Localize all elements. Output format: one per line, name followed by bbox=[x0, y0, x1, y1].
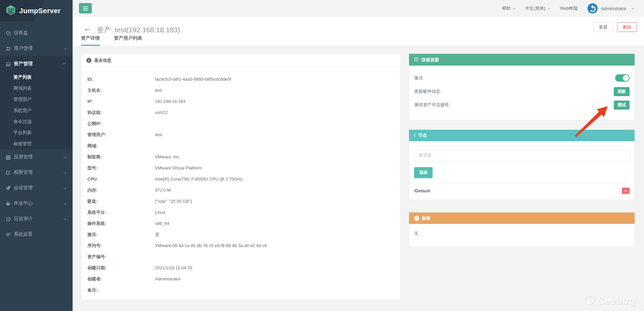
sidebar-item-session-management[interactable]: 会话管理 bbox=[0, 180, 73, 196]
sidebar-item-log-audit[interactable]: 日志审计 bbox=[0, 211, 73, 227]
sidebar-item-label: 日志审计 bbox=[14, 216, 33, 222]
test-connectivity-button[interactable]: 测试 bbox=[614, 101, 630, 110]
rocket-icon bbox=[6, 186, 11, 191]
info-label: 激活: bbox=[87, 232, 155, 238]
sidebar-item-label: 作业中心 bbox=[14, 200, 33, 206]
info-row: 序列号:VMware-56 4d 1a 45 db 76 c5 e9-f6 88… bbox=[87, 240, 394, 251]
sidebar-item-perm-management[interactable]: 权限管理 bbox=[0, 165, 73, 180]
info-row: ID:fac9cfc0-b8f1-4aa5-9893-b8f5cdc8de0f bbox=[87, 74, 394, 85]
info-row: CPU:Intel(R) Core(TM) i7-8559U CPU @ 2.7… bbox=[87, 173, 394, 185]
sidebar-subitem[interactable]: 系统用户 bbox=[0, 105, 73, 116]
seebug-text: Seebug bbox=[598, 295, 635, 306]
info-value: 972.0 M bbox=[155, 188, 171, 193]
edit-square-icon bbox=[414, 57, 419, 63]
gauge-icon bbox=[6, 31, 11, 36]
sidebar-item-label: 仪表盘 bbox=[14, 30, 28, 36]
info-value: VMware-56 4d 1a 45 db 76 c5 e9-f6 88 48 … bbox=[155, 243, 267, 248]
refresh-button[interactable]: 刷新 bbox=[614, 87, 630, 96]
add-node-button[interactable]: 添加 bbox=[414, 167, 433, 178]
sidebar-item-dashboard[interactable]: 仪表盘 bbox=[0, 25, 73, 41]
page-title: 资产: test(192.168.18.183) bbox=[97, 25, 180, 35]
sidebar-item-label: 会话管理 bbox=[14, 185, 33, 191]
sidebar-item-label: 系统设置 bbox=[14, 231, 33, 237]
edit-icon bbox=[6, 170, 11, 175]
sidebar-subitem[interactable]: 平台列表 bbox=[0, 127, 73, 138]
info-value: test bbox=[155, 132, 162, 137]
info-label: 操作系统: bbox=[87, 221, 155, 227]
chevron-down-icon bbox=[64, 186, 67, 189]
quick-update-row-test: 测试资产可连接性: 测试 bbox=[414, 98, 630, 112]
archive-icon bbox=[6, 62, 11, 67]
sidebar-subitem[interactable]: 命令过滤 bbox=[0, 116, 73, 127]
info-circle-icon: i bbox=[86, 58, 91, 63]
app-logo[interactable]: JumpServer bbox=[0, 0, 73, 22]
app-title: JumpServer bbox=[19, 7, 61, 15]
tab-asset-user-list[interactable]: 资产用户列表 bbox=[114, 35, 142, 46]
info-row: 网域: bbox=[87, 140, 394, 151]
help-menu[interactable]: 帮助 bbox=[502, 5, 515, 11]
node-header: i 节点 bbox=[409, 130, 635, 141]
label-panel: i 标签 无 bbox=[409, 212, 635, 246]
info-row: 创建日期:2021/1/19 11:04:35 bbox=[87, 262, 394, 273]
delete-button[interactable]: 删除 bbox=[617, 22, 637, 32]
info-label: IP: bbox=[87, 99, 155, 104]
info-value: x86_64 bbox=[155, 221, 169, 226]
chevron-down-icon bbox=[632, 6, 634, 9]
main-content: i 基本信息 ID:fac9cfc0-b8f1-4aa5-9893-b8f5cd… bbox=[73, 46, 644, 311]
gears-icon bbox=[6, 232, 11, 237]
user-menu[interactable]: Administrator bbox=[588, 3, 634, 13]
sidebar-subitem[interactable]: 网域列表 bbox=[0, 83, 73, 94]
info-row: 资产编号: bbox=[87, 251, 394, 262]
sidebar-item-label: 权限管理 bbox=[14, 169, 33, 176]
topbar: 帮助 中文(简体) Web终端 Administrator bbox=[73, 0, 644, 17]
info-label: 创建者: bbox=[87, 276, 155, 282]
tab-asset-detail[interactable]: 资产详情 bbox=[81, 35, 100, 46]
sidebar-item-user-management[interactable]: 用户管理 bbox=[0, 41, 73, 56]
info-row: 内存:972.0 M bbox=[87, 185, 394, 196]
sidebar-item-system-settings[interactable]: 系统设置 bbox=[0, 227, 73, 242]
info-label: 创建日期: bbox=[87, 265, 155, 271]
info-row: 管理用户:test bbox=[87, 129, 394, 140]
info-row: 主机名:test bbox=[87, 85, 394, 96]
language-menu[interactable]: 中文(简体) bbox=[525, 5, 550, 11]
update-button[interactable]: 更新 bbox=[593, 22, 613, 32]
sidebar-item-label: 应用管理 bbox=[14, 154, 33, 160]
back-arrow-icon[interactable]: ← bbox=[84, 24, 91, 33]
sidebar-item-asset-management[interactable]: 资产管理 bbox=[0, 56, 73, 72]
info-label: CPU: bbox=[87, 177, 155, 182]
active-toggle[interactable] bbox=[615, 74, 630, 82]
hamburger-menu-button[interactable] bbox=[79, 3, 92, 13]
sidebar-subitem[interactable]: 资产列表 bbox=[0, 72, 73, 83]
info-row: 硬盘:{"sda": "20.00 GB"} bbox=[87, 196, 394, 207]
info-row: 型号:VMware Virtual Platform bbox=[87, 162, 394, 173]
sidebar-item-app-management[interactable]: 应用管理 bbox=[0, 149, 73, 165]
users-icon bbox=[6, 46, 11, 51]
info-value: VMware, Inc. bbox=[155, 154, 180, 159]
info-label: 型号: bbox=[87, 165, 155, 171]
web-terminal-link[interactable]: Web终端 bbox=[560, 5, 578, 11]
quick-update-panel: 快速更新 激活: 更新硬件信息: 刷新 测试资产可连接性: 测试 bbox=[409, 53, 635, 120]
info-value: VMware Virtual Platform bbox=[155, 165, 202, 170]
info-circle-icon: i bbox=[414, 216, 419, 221]
seebug-logo-icon bbox=[582, 293, 597, 309]
node-select[interactable]: 请选择 bbox=[414, 149, 630, 161]
remove-node-button[interactable]: − bbox=[622, 188, 630, 194]
info-label: 制造商: bbox=[87, 154, 155, 160]
sidebar-section-asset-management: 资产管理资产列表网域列表管理用户系统用户命令过滤平台列表标签管理 bbox=[0, 56, 73, 149]
sidebar-subitem[interactable]: 标签管理 bbox=[0, 138, 73, 149]
sidebar-menu: 仪表盘用户管理资产管理资产列表网域列表管理用户系统用户命令过滤平台列表标签管理应… bbox=[0, 22, 73, 242]
info-value: 2021/1/19 11:04:35 bbox=[155, 265, 192, 270]
info-row: IP:192.168.18.183 bbox=[87, 96, 394, 107]
info-value: fac9cfc0-b8f1-4aa5-9893-b8f5cdc8de0f bbox=[155, 77, 231, 82]
info-label: 内存: bbox=[87, 187, 155, 193]
info-label: 资产编号: bbox=[87, 254, 155, 260]
node-row: /Default − bbox=[414, 183, 630, 195]
sidebar-subitem[interactable]: 管理用户 bbox=[0, 94, 73, 105]
chevron-down-icon bbox=[64, 170, 67, 174]
info-label: 备注: bbox=[87, 287, 155, 293]
sidebar-item-job-center[interactable]: 作业中心 bbox=[0, 196, 73, 211]
info-row: 协议组:ssh/22 bbox=[87, 107, 394, 118]
info-label: ID: bbox=[87, 77, 155, 82]
info-value: 是 bbox=[155, 232, 159, 238]
chevron-down-icon bbox=[64, 201, 67, 205]
